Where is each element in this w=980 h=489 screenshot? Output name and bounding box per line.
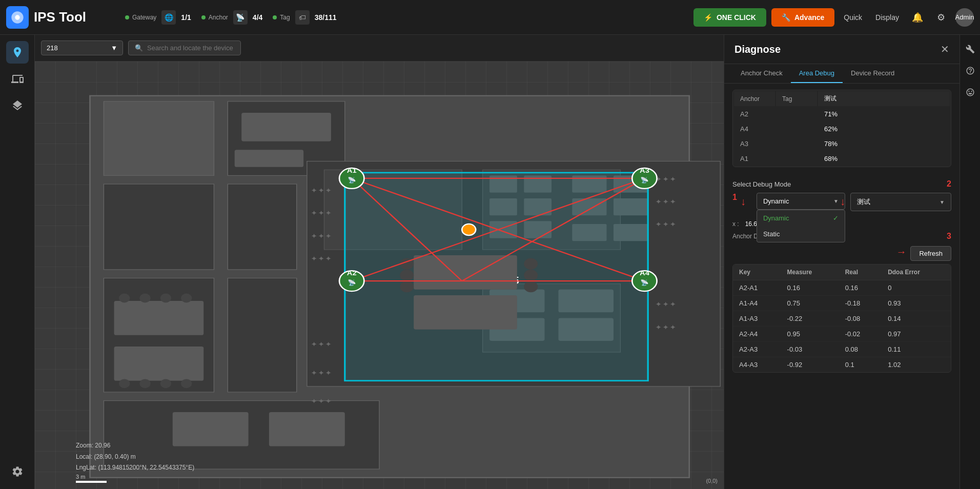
gateway-stat: Gateway 🌐 1/1 <box>125 10 191 25</box>
search-input[interactable] <box>147 44 234 52</box>
oneclick-button[interactable]: ⚡ ONE CLICK <box>693 8 766 27</box>
svg-rect-11 <box>114 301 204 335</box>
avatar[interactable]: Admin <box>955 8 974 27</box>
svg-text:✦✦✦: ✦✦✦ <box>311 187 332 194</box>
svg-point-15 <box>160 294 172 303</box>
tag-dot <box>273 15 277 19</box>
svg-point-18 <box>139 379 151 388</box>
left-sidebar <box>0 35 35 489</box>
extra-icon-1[interactable] <box>962 41 978 57</box>
svg-text:📡: 📡 <box>640 176 649 184</box>
sidebar-item-devices[interactable] <box>6 68 29 90</box>
floor-value: 218 <box>47 44 58 52</box>
panel-close-button[interactable]: ✕ <box>941 43 949 55</box>
debug-mode-value: Dynamic <box>763 197 789 205</box>
gateway-icon: 🌐 <box>161 10 176 25</box>
advance-button[interactable]: 🔧 Advance <box>771 8 834 27</box>
tab-anchor-check[interactable]: Anchor Check <box>732 64 791 83</box>
debug-mode-dropdown[interactable]: Dynamic ▼ <box>757 193 845 210</box>
tag-stat: Tag 🏷 38/111 <box>273 10 336 25</box>
table-row: A4 62% <box>734 122 950 136</box>
ddoa-table: Key Measure Real Ddoa Error A2-A1 0.16 0… <box>732 264 951 373</box>
map-container: 218 ▼ 🔍 <box>35 35 724 489</box>
row-anchor-a3: A3 <box>734 137 775 151</box>
scale-bar <box>76 481 107 483</box>
extra-icon-2[interactable] <box>962 63 978 79</box>
zoom-info: Zoom: 20.96 <box>76 440 194 452</box>
logo-icon <box>6 6 29 29</box>
app-title: IPS Tool <box>34 9 86 25</box>
svg-point-14 <box>139 294 151 303</box>
svg-rect-5 <box>241 113 331 141</box>
svg-text:A2: A2 <box>347 270 357 277</box>
ddoa-measure-4: 0.95 <box>781 327 839 342</box>
svg-rect-7 <box>104 184 214 270</box>
refresh-button[interactable]: Refresh <box>910 246 951 261</box>
debug-mode-label: Select Debug Mode <box>732 180 791 188</box>
ddoa-real-5: 0.08 <box>839 342 882 357</box>
quick-link[interactable]: Quick <box>840 11 866 24</box>
local-label: Local: <box>76 453 92 460</box>
svg-rect-12 <box>114 347 204 381</box>
local-value: (28.90, 0.40) m <box>94 453 135 460</box>
map-canvas[interactable]: ✦✦✦ ✦✦✦ ✦✦✦ ✦✦✦ ✦✦✦ ✦✦✦ ✦✦✦ ✦✦✦ ✦✦✦ ✦✦✦ … <box>35 62 724 489</box>
ddoa-key-6: A4-A3 <box>733 357 781 373</box>
lnglat-value: (113.94815200°N, 22.54543375°E) <box>98 464 194 471</box>
tag-dropdown[interactable]: 测试 ▼ <box>850 193 951 211</box>
map-background: ✦✦✦ ✦✦✦ ✦✦✦ ✦✦✦ ✦✦✦ ✦✦✦ ✦✦✦ ✦✦✦ ✦✦✦ ✦✦✦ … <box>35 62 724 489</box>
ddoa-measure-6: -0.92 <box>781 357 839 373</box>
tag-value: 38/111 <box>315 13 337 22</box>
topbar-right: ⚡ ONE CLICK 🔧 Advance Quick Display 🔔 ⚙ … <box>693 8 974 27</box>
tag-label: Tag <box>280 14 290 21</box>
panel-header: Diagnose ✕ <box>724 35 959 64</box>
svg-point-13 <box>119 294 130 303</box>
debug-mode-menu: Dynamic ✓ Static <box>757 210 845 242</box>
row-val-a2: 71% <box>818 107 950 121</box>
settings-button[interactable]: ⚙ <box>932 8 950 27</box>
tab-device-record[interactable]: Device Record <box>843 64 903 83</box>
svg-point-16 <box>181 294 192 303</box>
sidebar-item-map[interactable] <box>6 41 29 64</box>
ddoa-row-2: A1-A4 0.75 -0.18 0.93 <box>733 296 951 311</box>
ddoa-real-2: -0.18 <box>839 296 882 311</box>
svg-rect-3 <box>104 101 214 176</box>
ddoa-measure-1: 0.16 <box>781 280 839 296</box>
gateway-value: 1/1 <box>181 13 191 22</box>
ddoa-col-error: Ddoa Error <box>882 264 951 280</box>
bell-button[interactable]: 🔔 <box>908 8 927 27</box>
dropdown-item-static[interactable]: Static <box>757 226 845 242</box>
x-label: x : <box>732 220 739 228</box>
gateway-dot <box>125 15 129 19</box>
svg-text:✦✦✦: ✦✦✦ <box>311 210 332 217</box>
svg-text:✦✦✦: ✦✦✦ <box>655 323 677 331</box>
right-panel: Diagnose ✕ Anchor Check Area Debug Devic… <box>724 35 959 489</box>
oneclick-icon: ⚡ <box>704 13 712 22</box>
svg-text:📡: 📡 <box>640 279 649 286</box>
debug-section: Select Debug Mode 2 1 ↓ Dynamic ▼ <box>724 173 959 217</box>
advance-label: Advance <box>794 13 824 22</box>
arrow-2-icon: ↓ <box>840 196 845 208</box>
svg-text:✦✦✦: ✦✦✦ <box>655 175 677 182</box>
floorplan-svg: ✦✦✦ ✦✦✦ ✦✦✦ ✦✦✦ ✦✦✦ ✦✦✦ ✦✦✦ ✦✦✦ ✦✦✦ ✦✦✦ … <box>35 62 724 489</box>
ddoa-col-key: Key <box>733 264 781 280</box>
row-val-a4: 62% <box>818 122 950 136</box>
sidebar-item-layers[interactable] <box>6 94 29 117</box>
oneclick-label: ONE CLICK <box>717 13 756 22</box>
dropdown-item-dynamic[interactable]: Dynamic ✓ <box>757 210 845 226</box>
extra-icon-3[interactable] <box>962 84 978 100</box>
tab-area-debug[interactable]: Area Debug <box>791 64 843 83</box>
ddoa-real-1: 0.16 <box>839 280 882 296</box>
ddoa-real-6: 0.1 <box>839 357 882 373</box>
svg-point-20 <box>181 379 192 388</box>
ddoa-key-3: A1-A3 <box>733 311 781 327</box>
floor-select[interactable]: 218 ▼ <box>41 40 123 55</box>
ddoa-key-2: A1-A4 <box>733 296 781 311</box>
tag-dropdown-arrow-icon: ▼ <box>940 199 945 205</box>
col-anchor-header: Anchor <box>734 91 775 106</box>
display-link[interactable]: Display <box>871 11 903 24</box>
svg-text:✦✦✦: ✦✦✦ <box>311 255 332 262</box>
sidebar-settings-button[interactable] <box>6 460 29 483</box>
lnglat-label: LngLat: <box>76 464 96 471</box>
panel-title: Diagnose <box>734 44 781 55</box>
svg-text:A1: A1 <box>347 167 357 174</box>
